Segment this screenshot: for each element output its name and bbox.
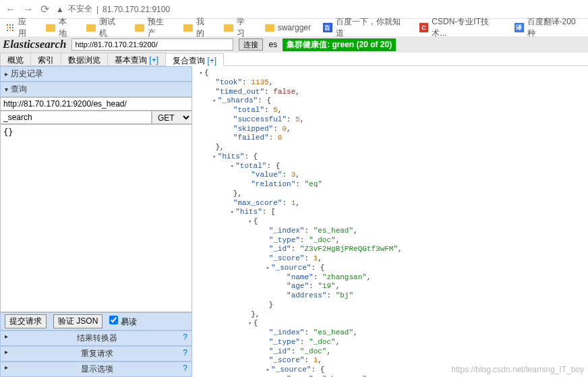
apps-label: 应用 (18, 16, 34, 39)
action-row: 提交请求 验证 JSON 易读 (0, 312, 192, 330)
bookmark-label: 本地 (59, 16, 74, 39)
request-body-textarea[interactable] (0, 124, 192, 312)
address-section[interactable]: ▲ 不安全 | 81.70.170.21:9100 (56, 3, 170, 15)
separator: | (96, 5, 98, 14)
bookmark-label: 百度翻译-200种 (527, 16, 583, 39)
option-label: 显示选项 (81, 364, 113, 375)
help-icon[interactable]: ? (183, 332, 187, 344)
tab-basic-query[interactable]: 基本查询 [+] (107, 53, 166, 65)
bookmark-folder[interactable]: 测试机 (86, 16, 123, 39)
bookmark-folder[interactable]: swargger (265, 23, 311, 32)
bookmark-label: 预生产 (148, 16, 171, 39)
bookmark-label: 学习 (237, 16, 252, 39)
help-icon[interactable]: ? (183, 364, 187, 375)
cluster-health-badge: 集群健康值: green (20 of 20) (283, 38, 396, 51)
csdn-icon: C (419, 23, 429, 32)
main-content: 历史记录 查询 GET 提交请求 验证 JSON 易读 结果转换器? 重复请求?… (0, 66, 588, 377)
bookmark-folder[interactable]: 预生产 (135, 16, 171, 39)
apps-button[interactable]: 应用 (5, 16, 34, 39)
query-panel-header[interactable]: 查询 (0, 82, 192, 97)
option-label: 重复请求 (81, 348, 113, 359)
pretty-checkbox-label[interactable]: 易读 (109, 316, 136, 328)
option-label: 结果转换器 (77, 332, 117, 344)
tab-label: 基本查询 (115, 55, 149, 65)
bookmark-folder[interactable]: 本地 (46, 16, 74, 39)
folder-icon (86, 24, 96, 32)
path-row: GET (0, 111, 192, 124)
tab-composite-query[interactable]: 复合查询 [+] (165, 53, 224, 66)
translate-icon: 译 (514, 23, 524, 32)
bookmark-csdn[interactable]: CCSDN-专业IT技术... (419, 16, 502, 39)
baidu-icon: 百 (323, 23, 332, 32)
cluster-name: es (268, 40, 277, 49)
tab-browse[interactable]: 数据浏览 (61, 53, 108, 65)
elasticsearch-logo: Elasticsearch (3, 38, 66, 51)
method-select[interactable]: GET (152, 111, 192, 124)
bookmark-baidu[interactable]: 百百度一下，你就知道 (323, 16, 407, 39)
bookmark-fanyi[interactable]: 译百度翻译-200种 (514, 16, 583, 39)
pretty-checkbox[interactable] (109, 316, 118, 324)
folder-icon (183, 24, 193, 32)
reload-icon[interactable]: ⟳ (40, 3, 49, 16)
repeat-request-row[interactable]: 重复请求? (0, 346, 192, 361)
path-input[interactable] (0, 111, 152, 124)
tab-overview[interactable]: 概览 (0, 53, 31, 65)
bookmark-folder[interactable]: 学习 (224, 16, 252, 39)
history-panel-header[interactable]: 历史记录 (0, 66, 192, 82)
left-panel: 历史记录 查询 GET 提交请求 验证 JSON 易读 结果转换器? 重复请求?… (0, 66, 192, 377)
plus-icon: [+] (149, 55, 158, 65)
insecure-label: 不安全 (68, 3, 92, 15)
folder-icon (46, 24, 55, 32)
forward-icon[interactable]: → (23, 3, 34, 16)
plus-icon: [+] (207, 56, 216, 65)
folder-icon (224, 24, 233, 32)
bookmark-label: 百度一下，你就知道 (336, 16, 407, 39)
bookmark-label: 我的 (196, 16, 212, 39)
connection-url-input[interactable] (71, 38, 233, 51)
watermark: https://blog.csdn.net/learning_IT_boy (451, 365, 584, 374)
display-options-row[interactable]: 显示选项? (0, 361, 192, 377)
insecure-icon: ▲ (56, 5, 64, 14)
result-viewer: ▾{ "took": 1135, "timed_out": false, ▾"_… (192, 66, 588, 377)
bookmark-folder[interactable]: 我的 (183, 16, 212, 39)
help-icon[interactable]: ? (183, 348, 187, 359)
main-tabs: 概览 索引 数据浏览 基本查询 [+] 复合查询 [+] (0, 53, 588, 66)
bookmark-label: swargger (278, 23, 311, 32)
bookmark-bar: 应用 本地 测试机 预生产 我的 学习 swargger 百百度一下，你就知道 … (0, 19, 588, 36)
pretty-label: 易读 (121, 317, 137, 326)
bookmark-label: CSDN-专业IT技术... (432, 16, 502, 39)
bookmark-label: 测试机 (99, 16, 123, 39)
result-transformer-row[interactable]: 结果转换器? (0, 330, 192, 346)
validate-json-button[interactable]: 验证 JSON (53, 314, 102, 328)
apps-icon (5, 23, 15, 32)
tab-label: 复合查询 (173, 56, 207, 65)
base-url-input[interactable] (0, 97, 192, 111)
url-text: 81.70.170.21:9100 (102, 5, 170, 14)
folder-icon (135, 24, 144, 32)
connect-button[interactable]: 连接 (239, 38, 263, 51)
submit-request-button[interactable]: 提交请求 (5, 314, 47, 328)
tab-indices[interactable]: 索引 (30, 53, 61, 65)
back-icon[interactable]: ← (5, 3, 16, 16)
folder-icon (265, 24, 274, 32)
